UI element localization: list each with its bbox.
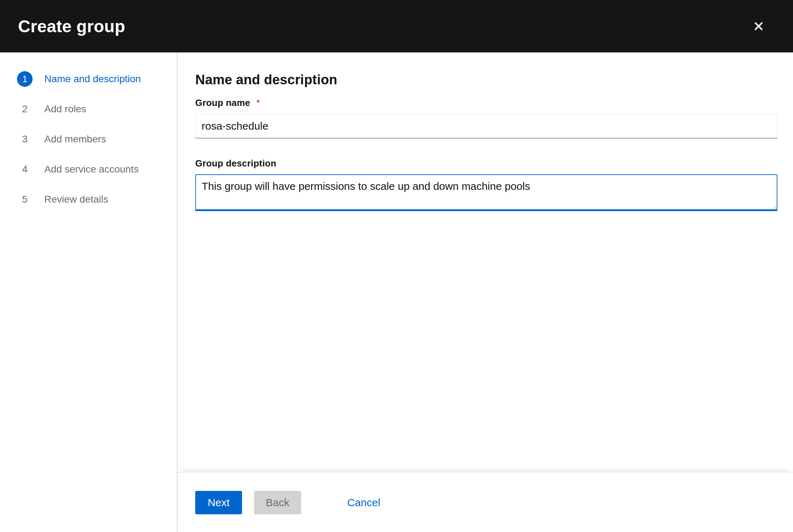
back-button[interactable]: Back	[254, 491, 301, 514]
step-number: 5	[17, 192, 33, 207]
group-name-form-group: Group name *	[195, 97, 777, 138]
wizard-content: Name and description Group name * Group …	[178, 52, 793, 472]
next-button[interactable]: Next	[195, 491, 242, 514]
modal-header: Create group	[0, 0, 793, 52]
step-number: 3	[17, 131, 33, 147]
content-heading: Name and description	[195, 72, 777, 87]
step-number: 2	[17, 101, 33, 117]
cancel-link[interactable]: Cancel	[347, 497, 380, 509]
group-name-label-text: Group name	[195, 97, 250, 108]
wizard-step-add-roles[interactable]: 2 Add roles	[17, 101, 86, 117]
wizard-step-review-details[interactable]: 5 Review details	[17, 192, 108, 207]
group-name-label: Group name *	[195, 97, 777, 109]
modal-title: Create group	[18, 17, 125, 36]
wizard-main: Name and description Group name * Group …	[178, 52, 793, 532]
wizard-step-add-service-accounts[interactable]: 4 Add service accounts	[17, 162, 139, 177]
wizard-footer: Next Back Cancel	[178, 472, 793, 532]
group-name-input[interactable]	[195, 114, 777, 138]
step-number: 4	[17, 162, 33, 177]
step-label: Add members	[44, 134, 106, 145]
step-label: Name and description	[44, 73, 141, 85]
step-label: Add service accounts	[44, 164, 139, 175]
step-label: Review details	[44, 194, 108, 205]
close-button[interactable]	[750, 18, 767, 34]
wizard-step-name-and-description[interactable]: 1 Name and description	[17, 71, 141, 87]
group-description-textarea[interactable]: This group will have permissions to scal…	[195, 174, 777, 211]
group-description-form-group: Group description This group will have p…	[195, 158, 777, 211]
step-label: Add roles	[44, 103, 86, 115]
wizard-nav: 1 Name and description 2 Add roles 3 Add…	[0, 52, 178, 532]
group-description-label: Group description	[195, 158, 777, 169]
modal-body: 1 Name and description 2 Add roles 3 Add…	[0, 52, 793, 532]
wizard-step-add-members[interactable]: 3 Add members	[17, 131, 106, 147]
create-group-modal: Create group 1 Name and description 2 Ad…	[0, 0, 793, 532]
required-asterisk: *	[257, 98, 260, 108]
close-icon	[753, 21, 764, 32]
step-number-badge: 1	[17, 71, 33, 87]
